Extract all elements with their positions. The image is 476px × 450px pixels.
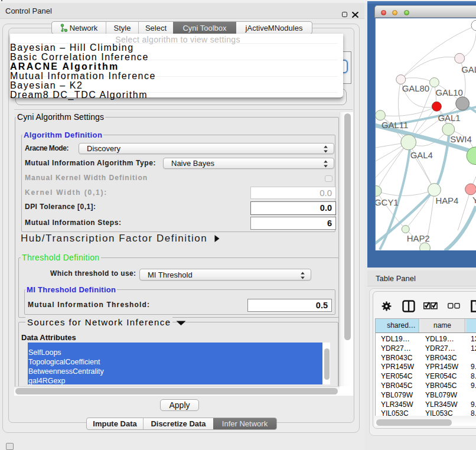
svg-text:Y: Y bbox=[472, 195, 476, 205]
svg-text:GAL1: GAL1 bbox=[438, 113, 460, 123]
svg-text:GAL4: GAL4 bbox=[410, 151, 433, 160]
svg-text:GAL: GAL bbox=[461, 65, 476, 74]
svg-text:GCY1: GCY1 bbox=[375, 198, 399, 207]
svg-text:SWI4: SWI4 bbox=[450, 135, 471, 144]
svg-text:GAL11: GAL11 bbox=[382, 120, 408, 130]
svg-text:GAL10: GAL10 bbox=[435, 88, 462, 97]
svg-text:GAL80: GAL80 bbox=[402, 84, 429, 93]
svg-text:HAP4: HAP4 bbox=[435, 196, 458, 206]
svg-text:HAP2: HAP2 bbox=[407, 234, 430, 243]
